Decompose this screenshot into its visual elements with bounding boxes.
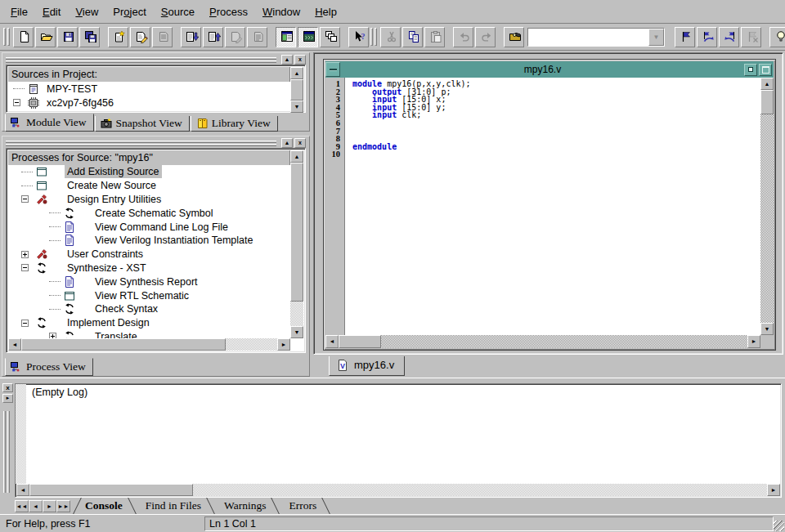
tab-snapshot-view[interactable]: Snapshot View	[95, 116, 190, 132]
process-vscrollbar[interactable]: ▲ ▼	[290, 150, 303, 338]
goto-bookmark-button[interactable]	[675, 27, 695, 47]
collapse-pane-button[interactable]: ▲	[281, 55, 293, 65]
process-hscrollbar[interactable]: ◄ ►	[8, 338, 290, 351]
expand-expander-icon[interactable]	[21, 251, 33, 258]
tab-mpy16-v[interactable]: V mpy16.v	[329, 356, 405, 376]
window-system-menu-button[interactable]	[325, 62, 340, 77]
toolbar-grip[interactable]	[375, 28, 377, 46]
tab-find-in-files[interactable]: Find in Files	[137, 498, 216, 514]
cascade-windows-button[interactable]	[320, 27, 340, 47]
scroll-left-icon[interactable]: ◄	[325, 335, 339, 348]
scroll-up-icon[interactable]: ▲	[290, 150, 303, 163]
toolbar-grip[interactable]	[3, 28, 6, 46]
scroll-right-icon[interactable]: ►	[767, 484, 780, 496]
prev-bookmark-button[interactable]	[719, 27, 739, 47]
tree-item-create-new-source[interactable]: Create New Source	[8, 179, 290, 193]
toolbar-grip[interactable]	[7, 28, 10, 46]
scroll-thumb[interactable]	[760, 90, 774, 114]
save-button[interactable]	[57, 27, 78, 47]
toggle-sources-pane-button[interactable]	[276, 27, 296, 47]
close-console-button[interactable]: x	[2, 383, 13, 392]
tree-item-label[interactable]: View RTL Schematic	[92, 289, 191, 302]
tab-process-view[interactable]: Process View	[5, 358, 93, 376]
toolbar-grip[interactable]	[370, 28, 373, 46]
tree-item-label[interactable]: Check Syntax	[92, 302, 160, 315]
scroll-track[interactable]	[760, 114, 774, 323]
tab-console[interactable]: Console	[77, 498, 137, 514]
first-tab-icon[interactable]: ◄◄	[15, 500, 29, 512]
save-all-button[interactable]	[79, 27, 100, 47]
editor-window-titlebar[interactable]: mpy16.v	[325, 61, 774, 78]
scroll-track[interactable]	[193, 484, 767, 496]
tree-item-add-existing-source[interactable]: Add Existing Source	[8, 165, 290, 179]
tree-item-synthesize-xst[interactable]: Synthesize - XST	[8, 262, 290, 275]
help-select-button[interactable]: ?	[348, 27, 369, 47]
scroll-thumb[interactable]	[290, 163, 303, 302]
menu-process[interactable]: Process	[202, 2, 255, 21]
menu-window[interactable]: Window	[255, 2, 307, 21]
menu-project[interactable]: Project	[105, 2, 153, 21]
scroll-right-icon[interactable]: ►	[747, 335, 760, 348]
scroll-thumb[interactable]	[339, 335, 381, 348]
close-pane-button[interactable]: x	[294, 55, 306, 65]
tree-item-label[interactable]: View Command Line Log File	[92, 221, 231, 234]
menu-file[interactable]: File	[3, 2, 35, 21]
tree-item-label[interactable]: Synthesize - XST	[65, 262, 149, 275]
copy-button[interactable]	[402, 27, 423, 47]
combo-dropdown-icon[interactable]: ▼	[648, 29, 664, 46]
collapse-expander-icon[interactable]	[21, 320, 33, 327]
scroll-thumb[interactable]	[29, 484, 193, 496]
tree-item-label[interactable]: Implement Design	[65, 316, 152, 329]
next-tab-icon[interactable]: ►	[43, 500, 56, 512]
tree-item-label[interactable]: Design Entry Utilities	[65, 193, 164, 206]
tree-item-design-entry-utilities[interactable]: Design Entry Utilities	[8, 193, 290, 207]
tree-item-view-synthesis-report[interactable]: View Synthesis Report	[8, 275, 290, 288]
tree-item-label[interactable]: User Constraints	[65, 248, 146, 261]
tree-item-label[interactable]: Create Schematic Symbol	[92, 207, 216, 220]
resize-grip[interactable]	[774, 521, 784, 531]
tree-item-label[interactable]: Add Existing Source	[65, 165, 162, 178]
editor-hscrollbar[interactable]: ◄ ►	[325, 335, 760, 348]
find-text-input[interactable]	[528, 29, 648, 46]
scroll-thumb[interactable]	[21, 338, 226, 351]
find-in-files-button[interactable]	[504, 27, 524, 47]
console-gripper[interactable]	[3, 411, 6, 493]
scroll-down-icon[interactable]: ▼	[290, 326, 303, 338]
next-bookmark-button[interactable]	[697, 27, 717, 47]
tree-item-view-command-line-log-file[interactable]: View Command Line Log File	[8, 220, 290, 234]
last-tab-icon[interactable]: ►►	[56, 500, 70, 512]
gripper-lines[interactable]	[6, 56, 276, 64]
scroll-right-icon[interactable]: ►	[277, 338, 290, 351]
tab-warnings[interactable]: Warnings	[216, 498, 280, 514]
menu-help[interactable]: Help	[307, 2, 344, 21]
scroll-track[interactable]	[381, 335, 747, 348]
scroll-up-icon[interactable]: ▲	[290, 67, 303, 79]
menu-source[interactable]: Source	[154, 2, 202, 21]
tree-item-create-schematic-symbol[interactable]: Create Schematic Symbol	[8, 206, 290, 220]
sources-vscrollbar[interactable]: ▲ ▼	[290, 67, 303, 110]
prev-tab-icon[interactable]: ◄	[29, 500, 43, 512]
open-file-button[interactable]	[35, 27, 56, 47]
collapse-expander-icon[interactable]	[21, 195, 33, 203]
editor-vscrollbar[interactable]: ▲ ▼	[760, 78, 774, 335]
maximize-window-button[interactable]	[759, 64, 772, 76]
scroll-track[interactable]	[226, 338, 277, 351]
scroll-left-icon[interactable]: ◄	[16, 484, 29, 496]
tree-item-check-syntax[interactable]: Check Syntax	[8, 302, 290, 316]
scroll-up-icon[interactable]: ▲	[760, 78, 774, 90]
menu-edit[interactable]: Edit	[35, 2, 68, 21]
tree-item-view-verilog-instantiation-template[interactable]: View Verilog Instantiation Template	[8, 234, 290, 248]
tree-item-mpy-test[interactable]: MPY-TEST	[8, 82, 290, 96]
sources-panel-gripper[interactable]: ▲ x	[6, 55, 306, 65]
close-pane-button[interactable]: x	[294, 138, 306, 148]
tab-errors[interactable]: Errors	[280, 498, 331, 514]
scroll-track[interactable]	[290, 302, 303, 326]
toggle-processes-pane-button[interactable]	[298, 27, 318, 47]
console-gripper[interactable]	[7, 411, 10, 493]
tree-item-implement-design[interactable]: Implement Design	[8, 316, 290, 330]
add-source-button[interactable]	[181, 27, 201, 47]
tab-library-view[interactable]: Library View	[191, 116, 278, 132]
scroll-down-icon[interactable]: ▼	[760, 323, 774, 335]
process-panel-gripper[interactable]: ▲ x	[6, 138, 306, 148]
tab-module-view[interactable]: Module View	[5, 114, 94, 132]
